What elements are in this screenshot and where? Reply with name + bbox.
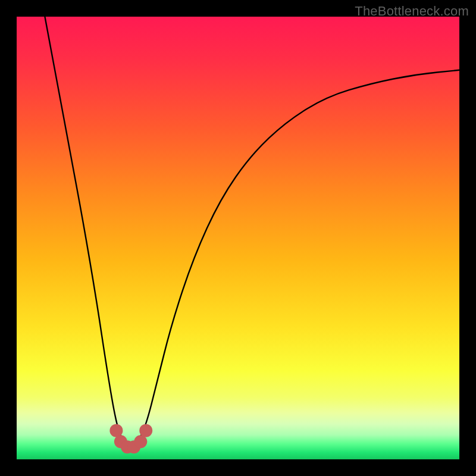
- optimal-marker-dot: [139, 424, 152, 437]
- optimal-marker: [109, 424, 152, 454]
- plot-area: [17, 17, 459, 459]
- bottleneck-curve: [43, 17, 459, 445]
- watermark-text: TheBottleneck.com: [355, 4, 469, 19]
- chart-frame: TheBottleneck.com: [0, 0, 476, 476]
- curve-layer: [17, 17, 459, 459]
